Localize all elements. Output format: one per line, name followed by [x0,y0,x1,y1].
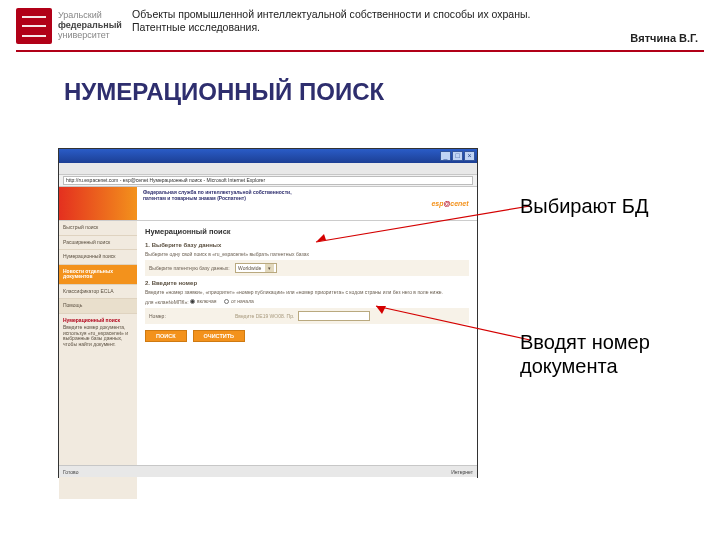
sidebar-item-documents-news[interactable]: Новости отдельных документов Д [59,265,137,285]
sidebar-item-number-search[interactable]: Нумерационный поиск [59,250,137,265]
slide-header: Уральский федеральный университет Объект… [0,0,720,48]
window-minimize-button[interactable]: _ [440,151,451,161]
clear-button[interactable]: ОЧИСТИТЬ [193,330,246,342]
logo-icon [16,8,52,44]
site-banner: Федеральная служба по интеллектуальной с… [59,187,477,221]
sidebar-item-quick-search[interactable]: Быстрый поиск [59,221,137,236]
number-example: Введите DE19 WO08. Пр. [235,313,294,319]
db-select-value: Worldwide [238,265,261,271]
page-title: Нумерационный поиск [145,227,469,236]
sidebar-info: Нумерационный поиск Введите номер докуме… [59,314,137,352]
window-maximize-button[interactable]: □ [452,151,463,161]
sidebar-item-ecla[interactable]: Классификатор ECLA [59,285,137,300]
main-content: Нумерационный поиск 1. Выберите базу дан… [137,221,477,499]
browser-menubar[interactable] [59,163,477,175]
sidebar: Быстрый поиск Расширенный поиск Нумераци… [59,221,137,499]
status-done: Готово [63,469,78,475]
db-label: Выберите патентную базу данных: [149,265,231,271]
author-name: Вятчина В.Г. [630,32,704,44]
db-select[interactable]: Worldwide ▾ [235,263,277,273]
window-titlebar: _ □ × [59,149,477,163]
address-bar[interactable]: http://ru.espacenet.com - esp@cenet Нуме… [63,176,473,185]
number-field-row: Номер: Введите DE19 WO08. Пр. [145,308,469,324]
banner-gradient [59,187,137,220]
banner-org-line2: патентам и товарным знакам (Роспатент) [143,196,417,202]
radio-row: для «клан№МПК»: включая от начала [145,298,469,305]
browser-statusbar: Готово Интернет [59,465,477,477]
sidebar-item-help[interactable]: Помощь [59,299,137,314]
annotation-select-db: Выбирают БД [520,195,649,218]
chevron-down-icon: ▾ [265,264,274,272]
window-close-button[interactable]: × [464,151,475,161]
logo-text-3: университет [58,31,122,41]
header-divider [16,50,704,52]
radio-including[interactable]: включая [190,298,217,304]
browser-toolbar: http://ru.espacenet.com - esp@cenet Нуме… [59,175,477,187]
db-field-row: Выберите патентную базу данных: Worldwid… [145,260,469,276]
slide-title: НУМЕРАЦИОННЫЙ ПОИСК [64,78,720,106]
step2-heading: 2. Введите номер [145,280,469,286]
step1-description: Выберите одну свой поиск в «ru_espacenet… [145,251,469,257]
step2-description: Введите «номер заявки», «приоритет» «ном… [145,289,469,295]
header-title-line1: Объекты промышленной интеллектуальной со… [132,8,630,21]
number-input[interactable] [298,311,370,321]
status-zone: Интернет [451,469,473,475]
header-title-line2: Патентные исследования. [132,21,630,33]
search-button[interactable]: ПОИСК [145,330,187,342]
step1-heading: 1. Выберите базу данных [145,242,469,248]
browser-window: _ □ × http://ru.espacenet.com - esp@cene… [58,148,478,478]
radio-from-start[interactable]: от начала [224,298,254,304]
sidebar-item-advanced-search[interactable]: Расширенный поиск [59,236,137,251]
university-logo: Уральский федеральный университет [16,8,122,44]
brand-logo: esp@cenet [423,187,477,220]
annotation-enter-number: Вводят номер документа [520,330,690,378]
number-label: Номер: [149,313,231,319]
